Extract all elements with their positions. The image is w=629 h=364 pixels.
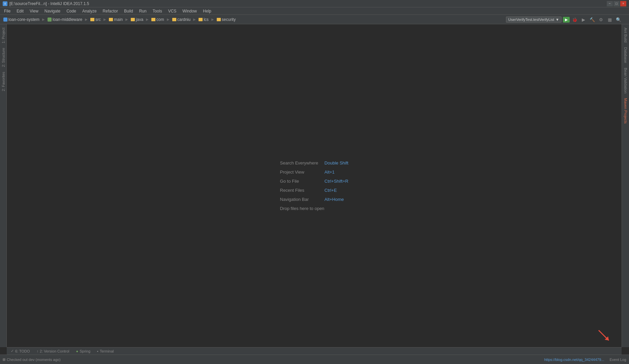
menu-item-file[interactable]: File	[1, 8, 13, 14]
menu-item-tools[interactable]: Tools	[150, 8, 165, 14]
debug-button[interactable]: 🐞	[571, 16, 578, 23]
nav-sep-7: ▶	[193, 18, 196, 21]
folder-icon-main	[109, 18, 113, 21]
nav-folder-com[interactable]: com	[150, 17, 166, 23]
nav-folder-src[interactable]: src	[89, 17, 102, 23]
spring-icon: ●	[76, 349, 79, 353]
project-loan-middleware[interactable]: loan-middleware	[46, 17, 84, 23]
right-sidebar: Ant Build Database Bean Validation Maven…	[622, 24, 629, 347]
settings-button[interactable]: ⚙	[597, 16, 605, 23]
folder-icon-src	[90, 18, 94, 21]
nav-sep-4: ▶	[125, 18, 128, 21]
menu-bar: FileEditViewNavigateCodeAnalyzeRefactorB…	[0, 7, 629, 15]
run-config-dropdown[interactable]: UserVerifyTest.testVerifyList ▼	[506, 17, 562, 23]
hint-label-goto: Go to File	[280, 179, 321, 184]
hint-row-goto: Go to File Ctrl+Shift+R	[280, 179, 349, 184]
right-tab-maven[interactable]: Maven Projects	[623, 96, 629, 126]
hint-row-project: Project View Alt+1	[280, 170, 349, 175]
folder-label-main: main	[114, 17, 123, 22]
sidebar-tab-project[interactable]: 1: Project	[0, 26, 6, 45]
menu-item-analyze[interactable]: Analyze	[80, 8, 99, 14]
hint-shortcut-recent: Ctrl+E	[325, 188, 337, 193]
project-icon-green	[48, 18, 52, 22]
app-icon: I	[3, 1, 7, 6]
hint-label-navbar: Navigation Bar	[280, 197, 321, 202]
todo-label: 6: TODO	[15, 349, 30, 353]
hint-label-drop: Drop files here to open	[280, 206, 325, 211]
search-button[interactable]: 🔍	[615, 16, 622, 23]
folder-icon-lcs	[199, 18, 203, 21]
nav-folder-security[interactable]: security	[215, 17, 237, 23]
maximize-button[interactable]: □	[613, 1, 620, 6]
left-sidebar: 1: Project 2: Structure 2: Favorites	[0, 24, 7, 347]
project-name-1: loan-core-system	[8, 17, 39, 22]
menu-item-help[interactable]: Help	[200, 8, 214, 14]
title-text: [E:\sourceTreeFil...n] - IntelliJ IDEA 2…	[9, 1, 89, 6]
vcs-label: 2: Version Control	[40, 349, 69, 353]
right-tab-bean-validation[interactable]: Bean Validation	[623, 66, 629, 95]
hints-panel: Search Everywhere Double Shift Project V…	[273, 154, 355, 218]
menu-item-view[interactable]: View	[27, 8, 41, 14]
nav-folder-cardniu[interactable]: cardniu	[171, 17, 192, 23]
layout-button[interactable]: ▦	[606, 16, 613, 23]
hint-shortcut-search: Double Shift	[325, 160, 349, 165]
status-right: https://blog.csdn.net/qq_34244479... Eve…	[544, 358, 626, 362]
bottom-tab-terminal[interactable]: ▪ Terminal	[94, 348, 116, 354]
sidebar-tab-favorites[interactable]: 2: Favorites	[0, 70, 6, 93]
right-tab-ant-build[interactable]: Ant Build	[623, 26, 629, 44]
main-content: Search Everywhere Double Shift Project V…	[7, 24, 622, 347]
folder-label-lcs: lcs	[204, 17, 209, 22]
bottom-tab-todo[interactable]: ✓ 6: TODO	[8, 348, 33, 354]
vcs-icon: ↑	[37, 349, 39, 353]
run-button[interactable]: ▶	[563, 17, 570, 23]
nav-sep-6: ▶	[167, 18, 170, 21]
menu-item-navigate[interactable]: Navigate	[42, 8, 63, 14]
nav-sep-3: ▶	[103, 18, 106, 21]
event-log-button[interactable]: Event Log	[609, 358, 626, 362]
build-button[interactable]: 🔨	[589, 16, 596, 23]
spring-label: Spring	[80, 349, 90, 353]
menu-item-build[interactable]: Build	[121, 8, 136, 14]
checkout-status[interactable]: Checked out dev (moments ago)	[3, 358, 61, 362]
checkout-text: Checked out dev (moments ago)	[7, 358, 61, 362]
nav-folder-lcs[interactable]: lcs	[197, 17, 210, 23]
toolbar: UserVerifyTest.testVerifyList ▼ ▶ 🐞 ▶ 🔨 …	[506, 15, 622, 24]
terminal-icon: ▪	[97, 349, 98, 353]
sidebar-tab-structure[interactable]: 2: Structure	[0, 46, 6, 69]
minimize-button[interactable]: −	[607, 1, 613, 6]
hint-row-navbar: Navigation Bar Alt+Home	[280, 197, 349, 202]
close-button[interactable]: ×	[620, 1, 626, 6]
nav-sep-5: ▶	[146, 18, 149, 21]
project-name-2: loan-middleware	[53, 17, 82, 22]
status-bar: Checked out dev (moments ago) https://bl…	[0, 355, 629, 364]
arrow-indicator	[595, 327, 612, 344]
bottom-tabs: ✓ 6: TODO ↑ 2: Version Control ● Spring …	[7, 347, 622, 355]
coverage-button[interactable]: ▶	[580, 16, 587, 23]
todo-icon: ✓	[11, 349, 14, 353]
menu-item-edit[interactable]: Edit	[14, 8, 26, 14]
nav-folder-java[interactable]: java	[129, 17, 145, 23]
hint-label-recent: Recent Files	[280, 188, 321, 193]
dropdown-arrow-icon: ▼	[556, 18, 559, 22]
bottom-tab-vcs[interactable]: ↑ 2: Version Control	[34, 348, 72, 354]
run-config-label: UserVerifyTest.testVerifyList	[508, 18, 554, 22]
title-bar: I [E:\sourceTreeFil...n] - IntelliJ IDEA…	[0, 0, 629, 7]
folder-label-java: java	[136, 17, 143, 22]
hint-label-project: Project View	[280, 170, 321, 175]
menu-item-vcs[interactable]: VCS	[166, 8, 179, 14]
menu-item-code[interactable]: Code	[64, 8, 79, 14]
status-link[interactable]: https://blog.csdn.net/qq_34244479...	[544, 358, 604, 362]
right-tab-database[interactable]: Database	[623, 45, 629, 65]
menu-item-window[interactable]: Window	[180, 8, 200, 14]
checkout-dot	[3, 358, 5, 361]
project-loan-core-system[interactable]: loan-core-system	[2, 17, 41, 23]
folder-icon-com	[151, 18, 155, 21]
nav-folder-main[interactable]: main	[108, 17, 124, 23]
bottom-tab-spring[interactable]: ● Spring	[73, 348, 93, 354]
hint-label-search: Search Everywhere	[280, 160, 321, 165]
folder-icon-java	[131, 18, 135, 21]
nav-sep-8: ▶	[211, 18, 214, 21]
menu-item-run[interactable]: Run	[137, 8, 149, 14]
menu-item-refactor[interactable]: Refactor	[100, 8, 121, 14]
folder-icon-security	[217, 18, 221, 21]
